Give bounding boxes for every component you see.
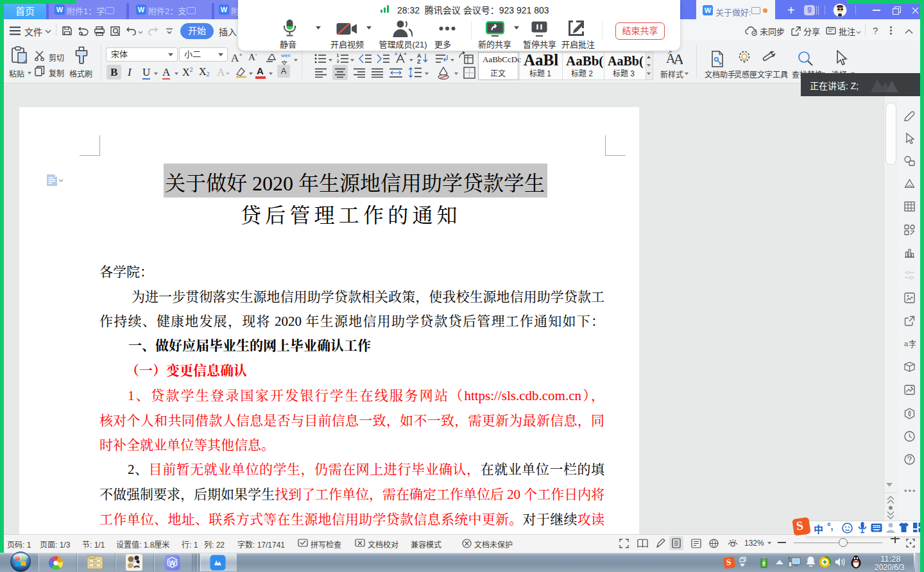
svg-text:a: a — [904, 340, 909, 348]
svg-text:Z: Z — [417, 58, 421, 64]
svg-text:A: A — [673, 51, 683, 65]
svg-text:W: W — [169, 559, 176, 567]
